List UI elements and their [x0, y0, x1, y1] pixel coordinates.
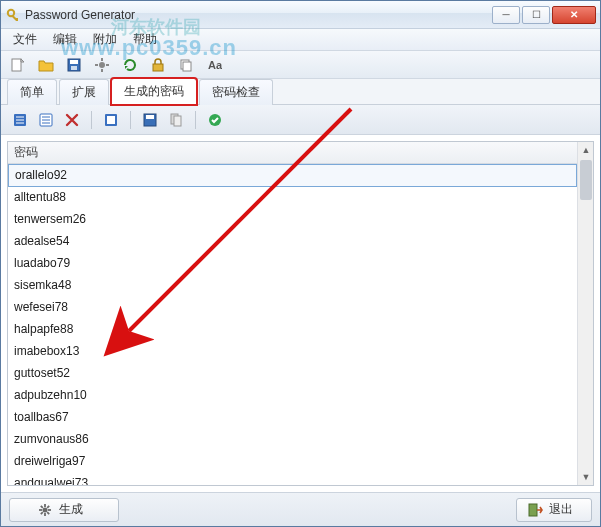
list-item[interactable]: orallelo92 — [8, 164, 577, 187]
password-list[interactable]: orallelo92alltentu88tenwersem26adealse54… — [8, 164, 577, 485]
delete-icon[interactable] — [61, 109, 83, 131]
list-item[interactable]: alltentu88 — [8, 187, 577, 209]
toolbar-open-icon[interactable] — [35, 54, 57, 76]
svg-line-37 — [47, 512, 49, 514]
list-item[interactable]: luadabo79 — [8, 253, 577, 275]
svg-rect-12 — [153, 64, 163, 71]
svg-text:Aa: Aa — [208, 59, 222, 71]
minimize-button[interactable]: ─ — [492, 6, 520, 24]
toolbar-refresh-icon[interactable] — [119, 54, 141, 76]
menu-edit[interactable]: 编辑 — [45, 29, 85, 50]
maximize-button[interactable]: ☐ — [522, 6, 550, 24]
toolbar-separator — [130, 111, 131, 129]
tab-password-check[interactable]: 密码检查 — [199, 79, 273, 105]
svg-line-38 — [41, 512, 43, 514]
list-item[interactable]: adealse54 — [8, 231, 577, 253]
password-list-container: 密码 orallelo92alltentu88tenwersem26adeals… — [7, 141, 594, 486]
copy-clipboard-icon[interactable] — [165, 109, 187, 131]
app-icon — [5, 7, 21, 23]
list-column-header[interactable]: 密码 — [8, 142, 577, 164]
generate-button[interactable]: 生成 — [9, 498, 119, 522]
svg-line-39 — [47, 505, 49, 507]
check-icon[interactable] — [204, 109, 226, 131]
menu-file[interactable]: 文件 — [5, 29, 45, 50]
list-item[interactable]: adpubzehn10 — [8, 385, 577, 407]
close-button[interactable]: ✕ — [552, 6, 596, 24]
svg-rect-5 — [70, 60, 78, 64]
menu-help[interactable]: 帮助 — [125, 29, 165, 50]
svg-rect-40 — [529, 504, 537, 516]
tab-advanced[interactable]: 扩展 — [59, 79, 109, 105]
scrollbar-thumb[interactable] — [580, 160, 592, 200]
tab-strip: 简单 扩展 生成的密码 密码检查 — [1, 79, 600, 105]
scroll-down-arrow[interactable]: ▼ — [578, 469, 594, 485]
svg-rect-3 — [12, 59, 21, 71]
list-item[interactable]: tenwersem26 — [8, 209, 577, 231]
svg-rect-14 — [183, 62, 191, 71]
list-item[interactable]: andqualwei73 — [8, 473, 577, 485]
save-list-icon[interactable] — [139, 109, 161, 131]
menubar: 文件 编辑 附加 帮助 — [1, 29, 600, 51]
tab-generated-passwords[interactable]: 生成的密码 — [111, 78, 197, 105]
toolbar-separator — [195, 111, 196, 129]
exit-button-label: 退出 — [549, 501, 573, 518]
vertical-scrollbar[interactable]: ▲ ▼ — [577, 142, 593, 485]
list-item[interactable]: zumvonaus86 — [8, 429, 577, 451]
list-item[interactable]: sisemka48 — [8, 275, 577, 297]
menu-add[interactable]: 附加 — [85, 29, 125, 50]
app-window: Password Generator ─ ☐ ✕ 文件 编辑 附加 帮助 河东软… — [0, 0, 601, 527]
toolbar-lock-icon[interactable] — [147, 54, 169, 76]
exit-icon — [527, 502, 543, 518]
svg-point-7 — [99, 62, 105, 68]
toolbar-new-icon[interactable] — [7, 54, 29, 76]
svg-rect-25 — [107, 116, 115, 124]
svg-point-31 — [43, 507, 48, 512]
select-all-icon[interactable] — [9, 109, 31, 131]
bottom-bar: 生成 退出 — [1, 492, 600, 526]
scroll-up-arrow[interactable]: ▲ — [578, 142, 594, 158]
list-item[interactable]: guttoset52 — [8, 363, 577, 385]
svg-line-36 — [41, 505, 43, 507]
toolbar-text-icon[interactable]: Aa — [203, 54, 225, 76]
list-item[interactable]: wefesei78 — [8, 297, 577, 319]
list-toolbar — [1, 105, 600, 135]
window-title: Password Generator — [25, 8, 492, 22]
generate-button-label: 生成 — [59, 501, 83, 518]
svg-rect-6 — [71, 66, 77, 70]
tab-simple[interactable]: 简单 — [7, 79, 57, 105]
list-item[interactable]: halpapfe88 — [8, 319, 577, 341]
toolbar-gear-icon[interactable] — [91, 54, 113, 76]
main-toolbar: Aa — [1, 51, 600, 79]
exit-button[interactable]: 退出 — [516, 498, 592, 522]
list-item[interactable]: toallbas67 — [8, 407, 577, 429]
copy-list-icon[interactable] — [100, 109, 122, 131]
svg-rect-29 — [174, 116, 181, 126]
toolbar-copy-icon[interactable] — [175, 54, 197, 76]
deselect-icon[interactable] — [35, 109, 57, 131]
svg-rect-2 — [16, 18, 18, 21]
list-item[interactable]: imabebox13 — [8, 341, 577, 363]
gear-icon — [37, 502, 53, 518]
svg-rect-27 — [146, 115, 154, 119]
toolbar-save-icon[interactable] — [63, 54, 85, 76]
window-buttons: ─ ☐ ✕ — [492, 6, 596, 24]
titlebar: Password Generator ─ ☐ ✕ — [1, 1, 600, 29]
list-item[interactable]: dreiwelriga97 — [8, 451, 577, 473]
toolbar-separator — [91, 111, 92, 129]
